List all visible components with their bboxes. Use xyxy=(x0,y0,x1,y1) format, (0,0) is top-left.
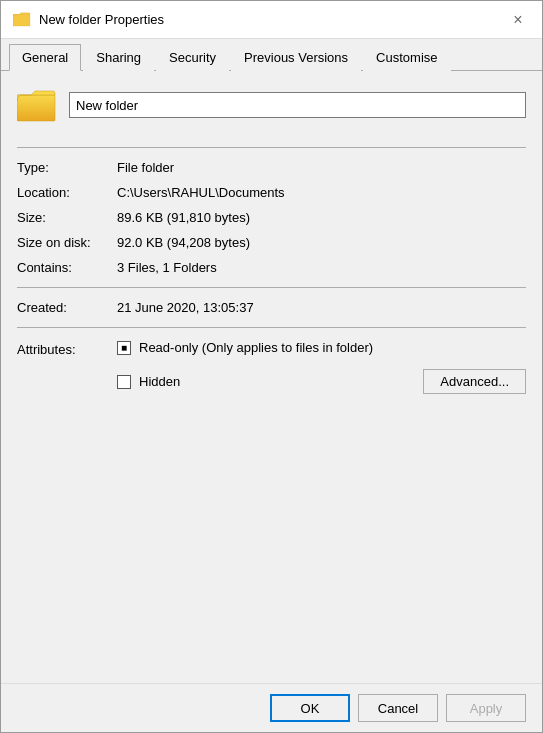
tab-sharing[interactable]: Sharing xyxy=(83,44,154,71)
properties-dialog: New folder Properties × General Sharing … xyxy=(0,0,543,733)
created-value: 21 June 2020, 13:05:37 xyxy=(117,296,526,319)
svg-rect-3 xyxy=(17,95,55,121)
title-bar: New folder Properties × xyxy=(1,1,542,39)
hidden-checkbox[interactable] xyxy=(117,375,131,389)
dialog-title: New folder Properties xyxy=(39,12,506,27)
contains-label: Contains: xyxy=(17,256,117,279)
tab-previous-versions[interactable]: Previous Versions xyxy=(231,44,361,71)
created-label: Created: xyxy=(17,296,117,319)
attributes-section: Attributes: Read-only (Only applies to f… xyxy=(17,336,526,400)
size-value: 89.6 KB (91,810 bytes) xyxy=(117,206,526,229)
contains-value: 3 Files, 1 Folders xyxy=(117,256,526,279)
folder-title-icon xyxy=(13,11,31,29)
separator-3 xyxy=(17,327,526,328)
button-bar: OK Cancel Apply xyxy=(1,683,542,732)
advanced-button[interactable]: Advanced... xyxy=(423,369,526,394)
created-table: Created: 21 June 2020, 13:05:37 xyxy=(17,296,526,319)
size-label: Size: xyxy=(17,206,117,229)
tab-security[interactable]: Security xyxy=(156,44,229,71)
hidden-row: Hidden Advanced... xyxy=(117,369,526,394)
readonly-row: Read-only (Only applies to files in fold… xyxy=(117,340,526,355)
tab-bar: General Sharing Security Previous Versio… xyxy=(1,39,542,71)
tab-general[interactable]: General xyxy=(9,44,81,71)
separator-1 xyxy=(17,147,526,148)
size-on-disk-label: Size on disk: xyxy=(17,231,117,254)
tab-customise[interactable]: Customise xyxy=(363,44,450,71)
ok-button[interactable]: OK xyxy=(270,694,350,722)
separator-2 xyxy=(17,287,526,288)
close-button[interactable]: × xyxy=(506,8,530,32)
attributes-label: Attributes: xyxy=(17,336,117,400)
readonly-label: Read-only (Only applies to files in fold… xyxy=(139,340,373,355)
readonly-checkbox[interactable] xyxy=(117,341,131,355)
properties-table: Type: File folder Location: C:\Users\RAH… xyxy=(17,156,526,279)
apply-button[interactable]: Apply xyxy=(446,694,526,722)
location-label: Location: xyxy=(17,181,117,204)
svg-rect-1 xyxy=(13,14,30,26)
size-on-disk-value: 92.0 KB (94,208 bytes) xyxy=(117,231,526,254)
folder-icon xyxy=(17,87,57,123)
folder-header xyxy=(17,87,526,123)
content-area: Type: File folder Location: C:\Users\RAH… xyxy=(1,71,542,683)
location-value: C:\Users\RAHUL\Documents xyxy=(117,181,526,204)
type-label: Type: xyxy=(17,156,117,179)
folder-name-input[interactable] xyxy=(69,92,526,118)
type-value: File folder xyxy=(117,156,526,179)
cancel-button[interactable]: Cancel xyxy=(358,694,438,722)
hidden-label: Hidden xyxy=(139,374,180,389)
